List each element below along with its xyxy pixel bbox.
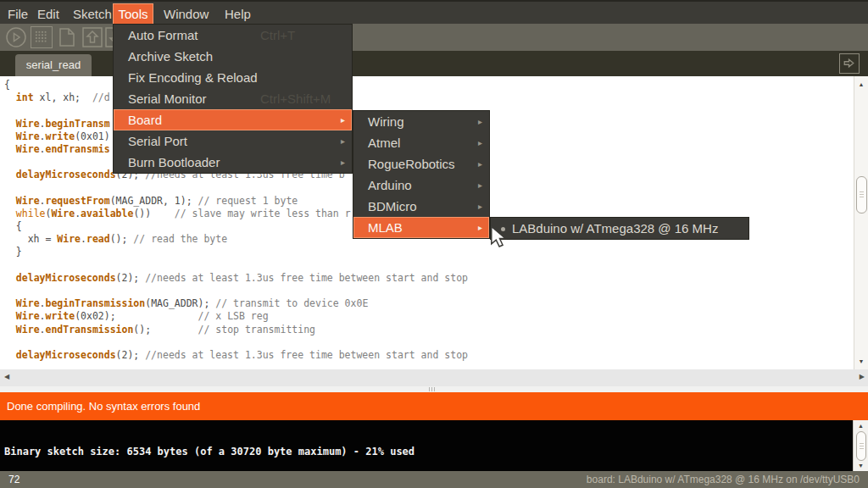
menu-item-arduino[interactable]: Arduino▸ bbox=[353, 175, 489, 196]
board-submenu: Wiring▸Atmel▸RogueRobotics▸Arduino▸BDMic… bbox=[353, 110, 490, 239]
scroll-up-icon[interactable]: ▲ bbox=[854, 423, 868, 429]
scroll-down-icon[interactable]: ▼ bbox=[854, 463, 868, 469]
splitter-grip-icon bbox=[429, 387, 435, 391]
open-button[interactable] bbox=[81, 26, 103, 48]
menu-item-serial-monitor[interactable]: Serial MonitorCtrl+Shift+M bbox=[114, 88, 352, 109]
menu-item-serial-port[interactable]: Serial Port▸ bbox=[114, 130, 352, 152]
verify-button[interactable] bbox=[5, 26, 27, 48]
scrollbar-thumb[interactable] bbox=[856, 431, 866, 461]
code-line bbox=[4, 336, 468, 349]
menu-item-label: Archive Sketch bbox=[128, 46, 213, 67]
console-line: Binary sketch size: 6534 bytes (of a 307… bbox=[4, 446, 415, 458]
line-number-indicator: 72 bbox=[8, 471, 19, 488]
submenu-arrow-icon: ▸ bbox=[478, 217, 482, 238]
code-line bbox=[4, 259, 468, 272]
menu-sketch[interactable]: Sketch bbox=[65, 3, 120, 25]
submenu-arrow-icon: ▸ bbox=[478, 132, 482, 153]
menu-item-label: BDMicro bbox=[368, 196, 417, 217]
submenu-arrow-icon: ▸ bbox=[341, 152, 345, 173]
menu-window[interactable]: Window bbox=[156, 3, 216, 25]
menu-item-label: Fix Encoding & Reload bbox=[128, 67, 258, 88]
menu-item-burn-bootloader[interactable]: Burn Bootloader▸ bbox=[114, 152, 352, 173]
menu-item-label: Atmel bbox=[368, 132, 400, 153]
code-line: delayMicroseconds(2); //needs at least 1… bbox=[4, 349, 468, 362]
submenu-arrow-icon: ▸ bbox=[341, 130, 345, 152]
menu-edit[interactable]: Edit bbox=[30, 3, 67, 25]
console-text: Binary sketch size: 6534 bytes (of a 307… bbox=[4, 446, 415, 458]
stop-button[interactable] bbox=[31, 26, 53, 48]
new-sketch-button[interactable] bbox=[56, 26, 78, 48]
menu-item-shortcut: Ctrl+T bbox=[260, 25, 295, 46]
menu-item-auto-format[interactable]: Auto FormatCtrl+T bbox=[114, 25, 352, 46]
menu-item-label: Auto Format bbox=[128, 25, 198, 46]
menu-item-label: Serial Port bbox=[128, 130, 187, 152]
arrow-right-icon bbox=[840, 60, 858, 75]
submenu-arrow-icon: ▸ bbox=[478, 196, 482, 217]
menu-item-atmel[interactable]: Atmel▸ bbox=[353, 132, 489, 153]
code-line: delayMicroseconds(2); //needs at least 1… bbox=[4, 272, 468, 285]
menu-item-board[interactable]: Board▸ bbox=[114, 109, 352, 130]
menu-tools[interactable]: Tools bbox=[113, 3, 153, 25]
new-sketch-icon bbox=[56, 26, 78, 48]
menu-item-label: Wiring bbox=[368, 111, 404, 132]
scroll-up-icon[interactable]: ▲ bbox=[854, 81, 868, 87]
menu-item-roguerobotics[interactable]: RogueRobotics▸ bbox=[353, 153, 489, 175]
menu-item-archive-sketch[interactable]: Archive Sketch bbox=[114, 46, 352, 67]
menu-item-label: Burn Bootloader bbox=[128, 152, 220, 173]
tab-menu-button[interactable] bbox=[839, 53, 860, 74]
code-line: } bbox=[4, 246, 468, 258]
submenu-arrow-icon: ▸ bbox=[341, 109, 345, 130]
submenu-arrow-icon: ▸ bbox=[478, 175, 482, 196]
mouse-cursor-icon bbox=[489, 225, 508, 251]
menu-item-label: LABduino w/ ATmega328 @ 16 MHz bbox=[512, 218, 718, 239]
scroll-down-icon[interactable]: ▼ bbox=[854, 358, 868, 364]
mlab-submenu: LABduino w/ ATmega328 @ 16 MHz bbox=[490, 217, 749, 240]
console-scrollbar[interactable]: ▲ ▼ bbox=[853, 420, 868, 471]
menu-item-bdmicro[interactable]: BDMicro▸ bbox=[353, 196, 489, 217]
status-bar: Done compiling. No syntax errors found bbox=[0, 392, 868, 420]
code-line bbox=[4, 285, 468, 297]
tab-serial-read[interactable]: serial_read bbox=[15, 54, 92, 76]
stop-icon bbox=[35, 30, 47, 43]
menu-item-shortcut: Ctrl+Shift+M bbox=[260, 88, 331, 109]
tools-menu: Auto FormatCtrl+TArchive SketchFix Encod… bbox=[113, 24, 353, 174]
editor-vertical-scrollbar[interactable]: ▲ ▼ bbox=[854, 76, 868, 369]
code-line: Wire.endTransmission(); // stop transmit… bbox=[4, 324, 468, 336]
menu-item-labduino-w-atmega328-16-mhz[interactable]: LABduino w/ ATmega328 @ 16 MHz bbox=[491, 218, 748, 239]
code-line: Wire.write(0x02); // x LSB reg bbox=[4, 310, 468, 323]
console-output: Binary sketch size: 6534 bytes (of a 307… bbox=[0, 420, 868, 471]
menu-item-label: MLAB bbox=[368, 217, 403, 238]
footer-status-bar: 72 board: LABduino w/ ATmega328 @ 16 MHz… bbox=[0, 471, 868, 488]
scrollbar-thumb[interactable] bbox=[856, 176, 867, 214]
code-line: Wire.beginTransmission(MAG_ADDR); // tra… bbox=[4, 297, 468, 310]
scroll-left-icon[interactable]: ◀ bbox=[4, 373, 9, 380]
splitter-handle[interactable] bbox=[0, 386, 868, 392]
menu-item-mlab[interactable]: MLAB▸ bbox=[353, 217, 489, 238]
board-port-status: board: LABduino w/ ATmega328 @ 16 MHz on… bbox=[587, 471, 860, 488]
submenu-arrow-icon: ▸ bbox=[478, 111, 482, 132]
menu-item-label: Board bbox=[128, 109, 162, 130]
menu-help[interactable]: Help bbox=[217, 3, 259, 25]
menu-item-label: Arduino bbox=[368, 175, 412, 196]
verify-icon bbox=[5, 26, 27, 48]
menu-item-label: RogueRobotics bbox=[368, 153, 455, 175]
arduino-ide-window: FileEditSketchToolsWindowHelp bbox=[0, 0, 868, 488]
scroll-right-icon[interactable]: ▶ bbox=[860, 373, 865, 380]
menu-item-label: Serial Monitor bbox=[128, 88, 207, 109]
editor-horizontal-scrollbar[interactable]: ◀ ▶ bbox=[0, 369, 868, 386]
submenu-arrow-icon: ▸ bbox=[478, 153, 482, 175]
menu-item-fix-encoding-reload[interactable]: Fix Encoding & Reload bbox=[114, 67, 352, 88]
menu-item-wiring[interactable]: Wiring▸ bbox=[353, 111, 489, 132]
open-icon bbox=[81, 26, 103, 48]
menubar: FileEditSketchToolsWindowHelp bbox=[0, 0, 868, 24]
